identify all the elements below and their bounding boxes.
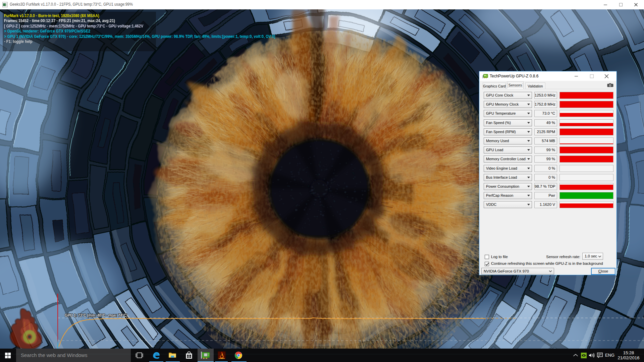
svg-text:FURMARK: FURMARK	[219, 358, 225, 359]
svg-text:GPU 1: 73°C (min: 40°C - max:: GPU 1: 73°C (min: 40°C - max: 74°C)	[65, 313, 127, 318]
